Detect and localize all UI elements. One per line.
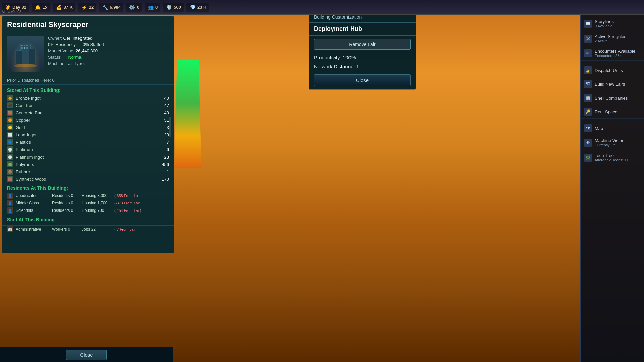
building-svg — [12, 41, 39, 67]
storylines-icon: 📖 — [584, 20, 592, 28]
svg-rect-4 — [24, 45, 25, 46]
building-details: Owner: Oerl Integrated 0% Residency 0% S… — [48, 36, 169, 72]
list-item: ⬜ Lead Ingot 23 — [7, 131, 169, 138]
platinum-ingot-icon: ⚪ — [7, 154, 13, 160]
resource1-icon: 💰 — [55, 4, 62, 11]
scientists-icon: 👤 — [7, 207, 13, 214]
svg-rect-1 — [15, 51, 22, 64]
list-item: 👔 Administrative Workers 0 Jobs 22 (-7 F… — [7, 226, 169, 233]
svg-rect-7 — [24, 47, 25, 49]
list-item: 🟢 Polymers 456 — [7, 161, 169, 168]
network-distance-stat: Network Distance: 1 — [309, 62, 416, 71]
left-panel-close-button[interactable]: Close — [66, 350, 106, 360]
svg-rect-6 — [21, 47, 23, 49]
concrete-bag-icon: 🟫 — [7, 110, 13, 116]
sidebar-item-machine-vision[interactable]: 👁 Machine Vision Currently Off — [581, 135, 644, 150]
tech-tree-sublabel: Affordable Techs: 11 — [595, 158, 641, 162]
sidebar-item-dispatch-units[interactable]: 🚁 Dispatch Units — [581, 64, 644, 77]
shell-companies-label: Shell Companies — [595, 96, 641, 101]
sidebar-item-build-new-lairs[interactable]: 🏗 Build New Lairs — [581, 77, 644, 91]
sidebar-item-map[interactable]: 🗺 Map — [581, 122, 644, 135]
map-label: Map — [595, 126, 641, 131]
speed-icon: 🔔 — [35, 4, 41, 11]
staff-title: Staff At This Building: — [2, 214, 174, 224]
market-row: Market Value: 26,440,300 — [48, 48, 169, 53]
list-item: 🟫 Concrete Bag 40 — [7, 109, 169, 116]
stat-speed[interactable]: 🔔 1x — [32, 3, 50, 12]
polymers-icon: 🟢 — [7, 161, 13, 167]
machine-vision-sublabel: Currently Off — [595, 143, 641, 147]
residency-row: 0% Residency 0% Staffed — [48, 42, 169, 47]
active-struggles-sublabel: 2 Active — [595, 39, 641, 43]
sidebar-item-shell-companies[interactable]: 🏢 Shell Companies — [581, 91, 644, 105]
tech-tree-label: Tech Tree — [595, 153, 641, 158]
lead-ingot-icon: ⬜ — [7, 132, 13, 138]
list-item: 🟠 Copper 51 — [7, 116, 169, 124]
rent-space-icon: 🔑 — [584, 108, 592, 116]
synthetic-wood-icon: 🟫 — [7, 176, 13, 182]
stat-resource2: ⚡ 12 — [78, 3, 96, 12]
scrollbar[interactable] — [169, 117, 171, 137]
tech-tree-icon: 🌿 — [584, 154, 592, 162]
lair-type-row: Machine Lair Type: — [48, 61, 169, 66]
middle-class-icon: 👤 — [7, 200, 13, 206]
stat-resource5: 👥 0 — [145, 3, 160, 12]
list-item: ⬛ Cast Iron 47 — [7, 102, 169, 109]
resource4-icon: ⚙️ — [129, 4, 136, 11]
staff-section: 👔 Administrative Workers 0 Jobs 22 (-7 F… — [2, 225, 174, 233]
dispatch-units-icon: 🚁 — [584, 66, 592, 74]
shell-companies-icon: 🏢 — [584, 94, 592, 102]
list-item: 👤 Middle Class Residents 0 Housing 1,700… — [7, 199, 169, 207]
stat-resource6: 🛡️ 500 — [163, 3, 184, 12]
owner-row: Owner: Oerl Integrated — [48, 36, 169, 41]
status-row: Status: Normal — [48, 55, 169, 60]
svg-rect-3 — [21, 45, 23, 46]
bronze-ingot-icon: 🔶 — [7, 95, 13, 101]
stat-resource1: 💰 37 K — [53, 3, 75, 12]
right-sidebar: 👤 🔴 👁 ⚡ 🔵 📖 Storylines 0 Available ⚔️ Ac… — [580, 0, 644, 362]
resource2-icon: ⚡ — [81, 4, 88, 11]
active-struggles-label: Active Struggles — [595, 34, 641, 39]
resource5-icon: 👥 — [147, 4, 154, 11]
sidebar-item-tech-tree[interactable]: 🌿 Tech Tree Affordable Techs: 11 — [581, 150, 644, 165]
remove-lair-button[interactable]: Remove Lair — [314, 39, 411, 50]
prior-dispatch: Prior Dispatches Here: 0 — [2, 76, 174, 85]
stat-resource3: 🔧 6,984 — [99, 3, 123, 12]
svg-rect-8 — [26, 47, 28, 49]
plastics-icon: 🔵 — [7, 139, 13, 145]
building-thumbnail — [7, 36, 44, 72]
sidebar-item-storylines[interactable]: 📖 Storylines 0 Available — [581, 16, 644, 31]
list-item: ⚪ Platinum Ingot 23 — [7, 153, 169, 161]
glow-building — [174, 60, 201, 168]
cast-iron-icon: ⬛ — [7, 102, 13, 108]
storylines-sublabel: 0 Available — [595, 24, 641, 28]
sidebar-item-rent-space[interactable]: 🔑 Rent Space — [581, 105, 644, 119]
list-item: 🟫 Synthetic Wood 170 — [7, 175, 169, 183]
resource6-icon: 🛡️ — [166, 4, 172, 11]
rent-space-label: Rent Space — [595, 109, 641, 114]
encounters-label: Encounters Available — [595, 49, 641, 54]
list-item: ⚪ Platinum 6 — [7, 146, 169, 153]
building-panel: Residential Skyscraper O — [2, 16, 174, 253]
residents-section: 👤 Uneducated Residents 0 Housing 3,000 (… — [2, 192, 174, 214]
customization-building-name: Deployment Hub — [309, 23, 416, 36]
building-customization-panel: Building Customization Deployment Hub Re… — [309, 10, 416, 90]
uneducated-icon: 👤 — [7, 193, 13, 199]
machine-vision-label: Machine Vision — [595, 138, 641, 143]
copper-icon: 🟠 — [7, 117, 13, 123]
encounters-sublabel: Encounters: 284 — [595, 54, 641, 58]
panel-title: Residential Skyscraper — [2, 16, 174, 32]
sidebar-item-active-struggles[interactable]: ⚔️ Active Struggles 2 Active — [581, 31, 644, 46]
svg-rect-5 — [26, 45, 28, 46]
sidebar-divider-2 — [581, 120, 644, 120]
sidebar-item-encounters[interactable]: 👁 Encounters Available Encounters: 284 — [581, 46, 644, 61]
machine-vision-icon: 👁 — [584, 139, 592, 147]
list-item: 🟤 Rubber 1 — [7, 168, 169, 175]
platinum-icon: ⚪ — [7, 146, 13, 153]
stored-title: Stored At This Building: — [2, 85, 174, 94]
gold-icon: 🟡 — [7, 124, 13, 130]
list-item: 👤 Scientists Residents 0 Housing 700 (-1… — [7, 207, 169, 214]
customization-close-button[interactable]: Close — [314, 74, 411, 86]
list-item: 🔵 Plastics 7 — [7, 138, 169, 146]
building-info-header: Owner: Oerl Integrated 0% Residency 0% S… — [2, 32, 174, 76]
